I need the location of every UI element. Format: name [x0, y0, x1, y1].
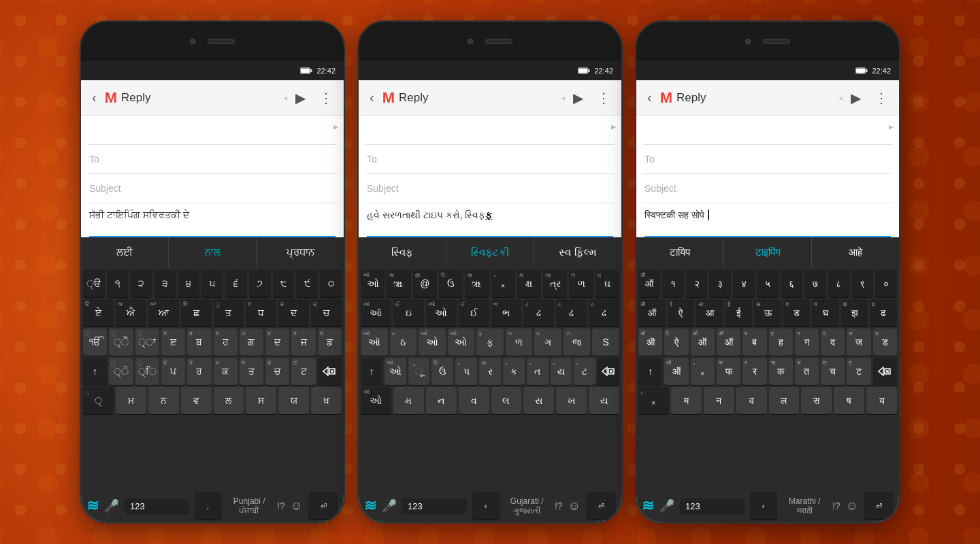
- key-shift-1[interactable]: ↑: [83, 358, 107, 385]
- to-input-1[interactable]: [130, 154, 336, 165]
- to-input-3[interactable]: [685, 154, 891, 165]
- key-m-3-4[interactable]: बब: [742, 328, 766, 356]
- key-g-5-7[interactable]: ય: [589, 387, 619, 414]
- more-button-3[interactable]: ⋮: [869, 84, 894, 112]
- key-m-4-6[interactable]: छच: [821, 358, 845, 385]
- lang-label-2[interactable]: Gujarati / ગુજરાતી: [505, 496, 549, 515]
- compose-to-row-2[interactable]: To: [359, 145, 621, 173]
- key-m-3-3[interactable]: ऑऑ: [717, 328, 740, 356]
- emoji-key-3[interactable]: ☺: [846, 499, 858, 513]
- suggestion-3-2[interactable]: आहे: [812, 237, 899, 267]
- key-1-3[interactable]: ੩: [154, 270, 176, 297]
- key-g-5-2[interactable]: ન: [426, 387, 457, 414]
- key-5-3[interactable]: ਵ: [181, 387, 212, 414]
- key-2-1[interactable]: ਅਐ: [116, 299, 146, 326]
- key-1-8[interactable]: ੮: [273, 270, 295, 297]
- key-1-0[interactable]: ੍ੳ: [83, 270, 105, 297]
- key-m-3-0[interactable]: ऒऒ: [638, 328, 662, 356]
- compose-body-row-3[interactable]: स्विफ्टकी सह सोपे: [636, 203, 899, 237]
- key-g-5-6[interactable]: ખ: [556, 387, 587, 414]
- key-4-7[interactable]: ਠਟ: [291, 358, 315, 385]
- key-2-7[interactable]: ਚਚ: [311, 299, 342, 326]
- key-3-8[interactable]: ਝਜ: [291, 328, 315, 356]
- key-g-2-1[interactable]: ઈઇ: [393, 299, 424, 326]
- key-m-4-3[interactable]: रर: [742, 358, 766, 385]
- key-g-1-1[interactable]: ૠૠ: [387, 270, 410, 297]
- numbers-key-1[interactable]: 123: [125, 498, 189, 514]
- key-g-5-5[interactable]: સ: [523, 387, 554, 414]
- key-g-4-5[interactable]: ₓક: [503, 358, 525, 385]
- key-g-3-8[interactable]: S: [592, 328, 619, 356]
- enter-key-3[interactable]: ⏎: [864, 492, 894, 520]
- key-m-1-3[interactable]: ३: [709, 270, 731, 297]
- special-key-1[interactable]: !?: [277, 500, 285, 511]
- suggestion-3-1[interactable]: टाइपिंग: [724, 237, 812, 267]
- key-m-3-1[interactable]: ऐऐ: [664, 328, 688, 356]
- key-m-4-4[interactable]: खक: [769, 358, 793, 385]
- back-button-3[interactable]: ‹: [642, 84, 657, 111]
- key-g-2-2[interactable]: ઓઓ: [426, 299, 457, 326]
- key-m-1-7[interactable]: ७: [804, 270, 826, 297]
- key-g-2-7[interactable]: ઢઢ: [589, 299, 619, 326]
- key-4-2[interactable]: ਫ਼ਪ: [161, 358, 185, 385]
- comma-key-1[interactable]: ,: [195, 492, 222, 520]
- comma-key-3[interactable]: ‹: [750, 492, 777, 520]
- emoji-key-1[interactable]: ☺: [291, 499, 303, 513]
- send-button-3[interactable]: ▶: [845, 84, 866, 112]
- key-m-2-2[interactable]: आआ: [696, 299, 723, 326]
- key-g-1-8[interactable]: ળળ: [569, 270, 593, 297]
- key-m-3-2[interactable]: ऑऑ: [691, 328, 715, 356]
- compose-subject-row-3[interactable]: Subject: [636, 174, 899, 203]
- key-1-7[interactable]: ੭: [249, 270, 271, 297]
- key-g-4-7[interactable]: ₓય: [551, 358, 572, 385]
- key-m-3-8[interactable]: जज: [847, 328, 870, 356]
- key-g-3-3[interactable]: ઓઓ: [448, 328, 475, 356]
- key-g-2-6[interactable]: ઢઢ: [556, 299, 587, 326]
- more-button-1[interactable]: ⋮: [314, 84, 338, 112]
- key-shift-2[interactable]: ↑: [361, 358, 382, 385]
- send-button-2[interactable]: ▶: [568, 84, 589, 112]
- key-1-5[interactable]: ੫: [201, 270, 223, 297]
- key-2-5[interactable]: ਰਧ: [246, 299, 276, 326]
- key-m-3-9[interactable]: डड: [873, 328, 897, 356]
- key-g-4-0[interactable]: ઓઓ: [385, 358, 406, 385]
- key-m-3-6[interactable]: गग: [795, 328, 819, 356]
- key-g-1-6[interactable]: ક્ષક્ષ: [517, 270, 541, 297]
- key-4-1[interactable]: ੍੍ਿ: [135, 358, 159, 385]
- key-g-3-7[interactable]: ઝજ: [564, 328, 591, 356]
- compose-body-row-2[interactable]: હવે સરળતાથી ટાઇપ કરો, સ્વિફફ: [359, 203, 621, 237]
- send-button-1[interactable]: ▶: [290, 84, 311, 112]
- mic-icon-1[interactable]: 🎤: [104, 498, 119, 513]
- key-m-2-6[interactable]: घघ: [812, 299, 839, 326]
- key-5-4[interactable]: ਲ: [214, 387, 244, 414]
- key-m-1-4[interactable]: ४: [733, 270, 755, 297]
- key-3-2[interactable]: ੍੍ਾ: [135, 328, 159, 356]
- key-g-5-0[interactable]: ઓઓ: [361, 387, 391, 414]
- key-g-3-1[interactable]: ઠઠ: [390, 328, 417, 356]
- key-m-4-5[interactable]: थत: [795, 358, 819, 385]
- key-m-4-1[interactable]: ₓₓ: [691, 358, 715, 385]
- more-button-2[interactable]: ⋮: [591, 84, 616, 112]
- key-g-2-3[interactable]: ઈઈ: [459, 299, 489, 326]
- key-m-1-1[interactable]: १: [662, 270, 684, 297]
- compose-subject-row-1[interactable]: Subject: [81, 174, 344, 203]
- key-3-5[interactable]: ਙਹ: [214, 328, 238, 356]
- key-1-9[interactable]: ੯: [296, 270, 318, 297]
- suggestion-3-0[interactable]: टायिप: [636, 237, 724, 267]
- key-g-1-2[interactable]: @@: [413, 270, 437, 297]
- key-m-5-4[interactable]: ल: [769, 387, 800, 414]
- suggestion-2-2[interactable]: સ્વ ફ઼િલ્મ: [534, 237, 621, 267]
- suggestion-2-0[interactable]: સ્વિફ: [359, 237, 446, 267]
- suggestion-1-2[interactable]: ਪ੍ਰਧਾਨ: [257, 237, 344, 267]
- key-5-2[interactable]: ਨ: [148, 387, 179, 414]
- back-button-2[interactable]: ‹: [364, 84, 380, 111]
- key-3-3[interactable]: ੲੲ: [161, 328, 185, 356]
- key-g-1-7[interactable]: ત્રત્ર: [543, 270, 567, 297]
- suggestion-1-0[interactable]: ਲਈ: [81, 237, 169, 267]
- key-g-3-2[interactable]: ઓઓ: [419, 328, 446, 356]
- compose-to-row-3[interactable]: To: [636, 145, 899, 173]
- compose-body-row-1[interactable]: ਸੱਭੀ ਟਾਇਪਿੰਗ ਸਵਿਰਤਕੀ ਦੇ: [81, 203, 344, 237]
- numbers-key-2[interactable]: 123: [402, 498, 467, 514]
- key-m-5-6[interactable]: ष: [834, 387, 864, 414]
- key-g-4-6[interactable]: ₓત: [527, 358, 549, 385]
